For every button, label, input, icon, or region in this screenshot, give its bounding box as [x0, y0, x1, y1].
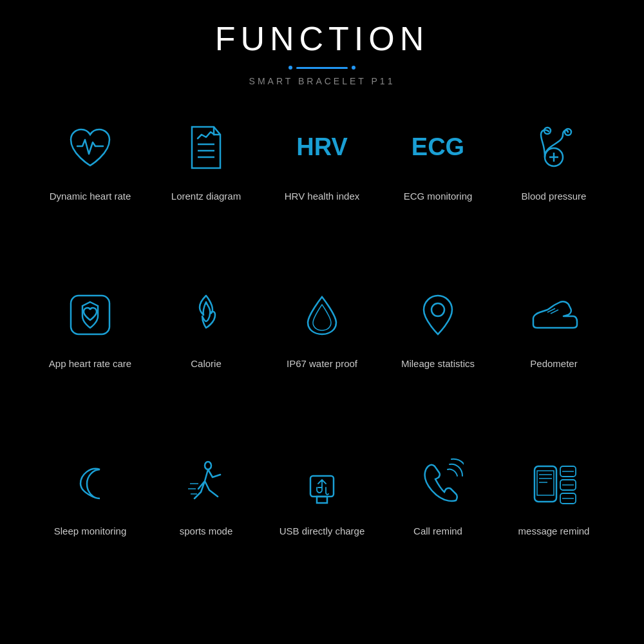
app-heart-rate-care-icon	[61, 286, 119, 344]
dot-left	[289, 66, 292, 70]
feature-calorie: Calorie	[148, 273, 264, 440]
page-title: FUNCTION	[215, 19, 430, 58]
feature-sleep-monitoring: Sleep monitoring	[32, 440, 148, 608]
dynamic-heart-rate-icon	[61, 118, 119, 176]
mileage-statistics-label: Mileage statistics	[401, 357, 475, 370]
message-remind-icon	[525, 453, 583, 511]
feature-mileage-statistics: Mileage statistics	[380, 273, 496, 440]
hrv-health-index-label: HRV health index	[285, 189, 359, 203]
ecg-monitoring-icon: ECG	[409, 118, 467, 176]
lorentz-diagram-icon	[177, 118, 235, 176]
blood-pressure-icon	[525, 118, 583, 176]
feature-sports-mode: sports mode	[148, 440, 264, 608]
sleep-monitoring-label: Sleep monitoring	[54, 524, 127, 538]
usb-directly-charge-label: USB directly charge	[279, 524, 365, 538]
feature-ecg-monitoring: ECGECG monitoring	[380, 106, 496, 273]
feature-call-remind: Call remind	[380, 440, 496, 608]
usb-directly-charge-icon	[293, 453, 351, 511]
ecg-monitoring-label: ECG monitoring	[404, 189, 473, 203]
feature-message-remind: message remind	[496, 440, 612, 608]
feature-pedometer: Pedometer	[496, 273, 612, 440]
mileage-statistics-icon	[409, 286, 467, 344]
ip67-water-proof-icon	[293, 286, 351, 344]
svg-rect-18	[317, 497, 327, 503]
call-remind-icon	[409, 453, 467, 511]
page: FUNCTION SMART BRACELET P11 Dynamic hear…	[0, 0, 644, 644]
svg-rect-19	[535, 466, 556, 502]
subtitle: SMART BRACELET P11	[249, 76, 395, 86]
pedometer-icon	[525, 286, 583, 344]
sleep-monitoring-icon	[61, 453, 119, 511]
ip67-water-proof-label: IP67 water proof	[287, 357, 357, 370]
call-remind-label: Call remind	[413, 524, 462, 538]
svg-point-11	[431, 303, 444, 316]
decorator	[289, 66, 355, 70]
dot-right	[352, 66, 355, 70]
line	[296, 67, 348, 69]
lorentz-diagram-label: Lorentz diagram	[171, 189, 241, 203]
app-heart-rate-care-label: App heart rate care	[49, 357, 131, 370]
feature-usb-directly-charge: USB directly charge	[264, 440, 380, 608]
feature-blood-pressure: Blood pressure	[496, 106, 612, 273]
blood-pressure-label: Blood pressure	[522, 189, 587, 203]
svg-text:ECG: ECG	[412, 133, 464, 160]
dynamic-heart-rate-label: Dynamic heart rate	[50, 189, 131, 203]
calorie-label: Calorie	[191, 357, 222, 370]
feature-hrv-health-index: HRVHRV health index	[264, 106, 380, 273]
calorie-icon	[177, 286, 235, 344]
features-grid: Dynamic heart rateLorentz diagramHRVHRV …	[32, 106, 612, 608]
message-remind-label: message remind	[518, 524, 590, 538]
feature-ip67-water-proof: IP67 water proof	[264, 273, 380, 440]
hrv-health-index-icon: HRV	[293, 118, 351, 176]
feature-lorentz-diagram: Lorentz diagram	[148, 106, 264, 273]
feature-dynamic-heart-rate: Dynamic heart rate	[32, 106, 148, 273]
svg-text:HRV: HRV	[296, 133, 348, 160]
pedometer-label: Pedometer	[530, 357, 577, 370]
sports-mode-icon	[177, 453, 235, 511]
sports-mode-label: sports mode	[180, 524, 233, 538]
feature-app-heart-rate-care: App heart rate care	[32, 273, 148, 440]
